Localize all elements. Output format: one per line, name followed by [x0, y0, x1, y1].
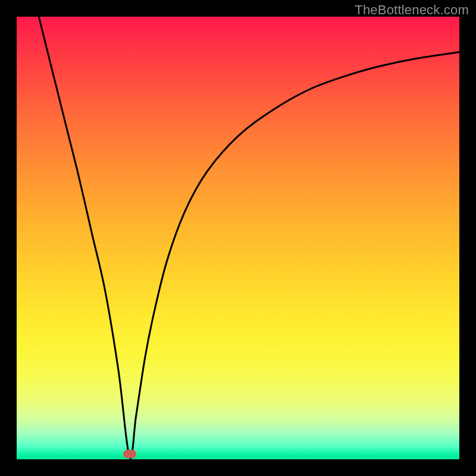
watermark-label: TheBottleneck.com — [355, 2, 469, 18]
optimum-marker-icon — [123, 450, 136, 458]
plot-area — [17, 17, 459, 459]
chart-frame: TheBottleneck.com — [0, 0, 476, 476]
bottleneck-curve — [17, 17, 459, 459]
